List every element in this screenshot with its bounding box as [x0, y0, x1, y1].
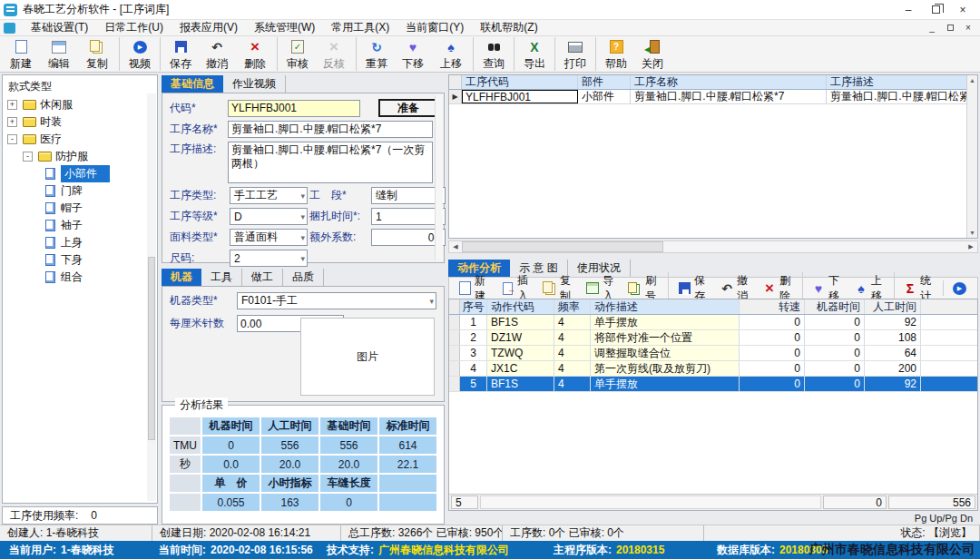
speed-cell[interactable]: 0: [740, 346, 805, 360]
toolbar-button[interactable]: 视频: [119, 37, 157, 71]
frequency-cell[interactable]: 4: [554, 346, 591, 360]
toolbar-button[interactable]: 反核: [315, 37, 353, 71]
machine-time-cell[interactable]: 0: [805, 330, 865, 345]
toolbar-button[interactable]: 编辑: [40, 37, 78, 71]
col-header-frequency[interactable]: 频率: [554, 299, 591, 314]
mdi-restore-button[interactable]: [942, 22, 958, 34]
tree-item[interactable]: 袖子: [3, 217, 157, 234]
scroll-left-icon[interactable]: ◀: [449, 243, 462, 250]
tab[interactable]: 作业视频: [223, 75, 286, 93]
col-header-action-code[interactable]: 动作代码: [487, 299, 554, 314]
fabric-type-select[interactable]: 普通面料▾: [230, 229, 308, 246]
action-code-cell[interactable]: TZWQ: [487, 346, 554, 360]
tree-item[interactable]: - 医疗: [3, 131, 157, 148]
toolbar-button[interactable]: 打印: [554, 37, 593, 71]
action-table-row[interactable]: 4 JX1C 4 第一次剪线(取及放剪刀) 0 0 200: [449, 361, 977, 377]
tree-item[interactable]: + 休闲服: [3, 96, 157, 113]
menu-item[interactable]: 联机帮助(Z): [472, 20, 545, 36]
action-table-row[interactable]: 3 TZWQ 4 调整握取缝合位 0 0 64: [449, 346, 977, 361]
process-name-cell[interactable]: 剪量袖口.脚口.中腰.帽口松紧*7: [631, 90, 827, 103]
scroll-down-icon[interactable]: ▼: [969, 230, 975, 236]
seq-cell[interactable]: 3: [460, 346, 487, 360]
tab[interactable]: 工具: [201, 269, 242, 286]
action-toolbar-button[interactable]: [943, 280, 975, 296]
mdi-close-button[interactable]: ×: [960, 22, 976, 34]
tree-item[interactable]: - 防护服: [3, 148, 157, 165]
speed-cell[interactable]: 0: [740, 377, 805, 391]
speed-cell[interactable]: 0: [740, 330, 805, 345]
toolbar-button[interactable]: 保存: [160, 37, 198, 71]
col-header-process-desc[interactable]: 工序描述: [827, 75, 966, 89]
labor-time-cell[interactable]: 92: [865, 377, 921, 391]
seq-cell[interactable]: 1: [460, 315, 487, 329]
labor-time-cell[interactable]: 108: [865, 330, 921, 345]
tab[interactable]: 品质: [283, 269, 324, 286]
process-type-select[interactable]: 手工工艺▾: [230, 187, 308, 204]
grade-select[interactable]: D▾: [230, 208, 308, 225]
action-code-cell[interactable]: BF1S: [487, 315, 554, 329]
scroll-up-icon[interactable]: ▲: [969, 77, 975, 83]
machine-time-cell[interactable]: 0: [805, 315, 865, 329]
scrollbar-thumb[interactable]: [148, 257, 155, 440]
col-header-seq[interactable]: 序号: [460, 299, 487, 314]
ready-button[interactable]: 准备: [378, 99, 438, 117]
code-input[interactable]: YLFHFBJ001: [228, 100, 360, 117]
action-code-cell[interactable]: DZ1W: [487, 330, 554, 345]
action-desc-cell[interactable]: 单手摆放: [591, 377, 740, 391]
close-button[interactable]: ×: [949, 1, 976, 19]
speed-cell[interactable]: 0: [740, 315, 805, 329]
tree-item[interactable]: + 时装: [3, 113, 157, 131]
part-cell[interactable]: 小部件: [578, 90, 631, 103]
menu-item[interactable]: 基础设置(T): [23, 20, 96, 36]
action-desc-cell[interactable]: 调整握取缝合位: [591, 346, 740, 360]
tab[interactable]: 做工: [242, 269, 283, 286]
col-header-process-name[interactable]: 工序名称: [631, 75, 827, 89]
action-desc-cell[interactable]: 单手摆放: [591, 315, 740, 329]
toolbar-button[interactable]: 复制: [78, 37, 116, 71]
tree-item[interactable]: 帽子: [3, 200, 157, 217]
toolbar-button[interactable]: 帮助: [595, 37, 633, 71]
frequency-cell[interactable]: 4: [554, 330, 591, 345]
toolbar-button[interactable]: 审核: [277, 37, 315, 71]
tree-vertical-scrollbar[interactable]: [147, 93, 156, 501]
toolbar-button[interactable]: 下移: [394, 37, 432, 71]
tree-expander-icon[interactable]: +: [7, 117, 17, 127]
mdi-minimize-button[interactable]: _: [924, 22, 940, 34]
action-code-cell[interactable]: JX1C: [487, 361, 554, 376]
toolbar-button[interactable]: 导出: [514, 37, 552, 71]
menu-item[interactable]: 报表应用(V): [172, 20, 246, 36]
tree-expander-icon[interactable]: -: [7, 134, 17, 144]
process-name-input[interactable]: 剪量袖口.脚口.中腰.帽口松紧*7: [228, 121, 433, 138]
action-table-row[interactable]: 5 BF1S 4 单手摆放 0 0 92: [449, 377, 977, 392]
tree-item[interactable]: 小部件: [3, 165, 157, 182]
toolbar-button[interactable]: 撤消: [198, 37, 236, 71]
tab[interactable]: 基础信息: [162, 75, 223, 93]
col-header-action-desc[interactable]: 动作描述: [591, 299, 740, 314]
machine-time-cell[interactable]: 0: [805, 377, 865, 391]
process-code-cell[interactable]: YLFHFBJ001: [462, 90, 578, 103]
action-desc-cell[interactable]: 第一次剪线(取及放剪刀): [591, 361, 740, 376]
frequency-cell[interactable]: 4: [554, 315, 591, 329]
speed-cell[interactable]: 0: [740, 361, 805, 376]
menu-item[interactable]: 当前窗口(Y): [397, 20, 472, 36]
toolbar-button[interactable]: 查询: [473, 37, 511, 71]
size-select[interactable]: 2▾: [230, 250, 308, 267]
action-table-row[interactable]: 2 DZ1W 4 将部件对准一个位置 0 0 108: [449, 330, 977, 346]
machine-time-cell[interactable]: 0: [805, 361, 865, 376]
scrollbar-thumb[interactable]: [462, 241, 663, 252]
col-header-part[interactable]: 部件: [578, 75, 631, 89]
action-code-cell[interactable]: BF1S: [487, 377, 554, 391]
toolbar-button[interactable]: 上移: [432, 37, 470, 71]
menu-item[interactable]: 系统管理(W): [246, 20, 323, 36]
toolbar-button[interactable]: 删除: [236, 37, 274, 71]
labor-time-cell[interactable]: 64: [865, 346, 921, 360]
seq-cell[interactable]: 2: [460, 330, 487, 345]
labor-time-cell[interactable]: 92: [865, 315, 921, 329]
frequency-cell[interactable]: 4: [554, 361, 591, 376]
tab[interactable]: 机器: [162, 269, 201, 286]
toolbar-button[interactable]: 关闭: [633, 37, 671, 71]
machine-type-select[interactable]: F0101-手工▾: [237, 292, 436, 309]
col-header-speed[interactable]: 转速: [740, 299, 805, 314]
toolbar-button[interactable]: 新建: [2, 37, 40, 71]
tree-item[interactable]: 门牌: [3, 182, 157, 200]
